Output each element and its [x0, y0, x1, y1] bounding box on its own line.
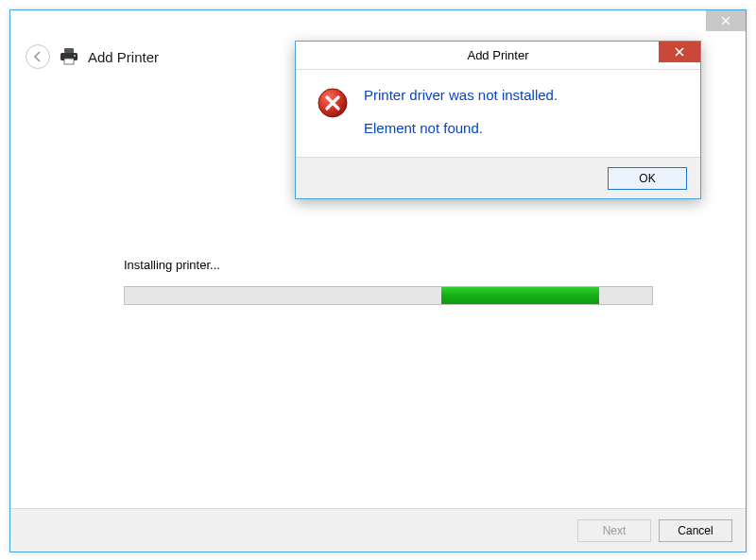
back-arrow-icon [31, 50, 44, 63]
progress-bar [124, 286, 653, 305]
outer-titlebar [10, 10, 746, 35]
wizard-footer: Next Cancel [10, 508, 746, 552]
ok-button[interactable]: OK [608, 167, 687, 190]
close-icon [721, 16, 730, 25]
svg-rect-2 [64, 48, 74, 53]
back-button[interactable] [26, 44, 50, 69]
svg-point-5 [74, 55, 76, 57]
dialog-title: Add Printer [467, 48, 528, 62]
error-message-secondary: Element not found. [364, 120, 558, 136]
printer-icon [60, 48, 78, 65]
dialog-footer: OK [296, 157, 700, 198]
error-message-primary: Printer driver was not installed. [364, 87, 558, 103]
dialog-body: Printer driver was not installed. Elemen… [296, 70, 700, 157]
next-button: Next [577, 519, 651, 542]
progress-fill [441, 287, 599, 304]
status-text: Installing printer... [124, 258, 220, 272]
cancel-button[interactable]: Cancel [659, 519, 732, 542]
page-title: Add Printer [88, 49, 159, 65]
dialog-close-button[interactable] [659, 42, 700, 62]
outer-close-button[interactable] [706, 10, 746, 31]
dialog-titlebar: Add Printer [296, 42, 700, 70]
svg-rect-4 [64, 59, 74, 64]
error-icon [317, 87, 349, 119]
error-dialog: Add Printer [295, 41, 701, 199]
close-icon [675, 47, 684, 57]
dialog-text: Printer driver was not installed. Elemen… [364, 87, 558, 136]
